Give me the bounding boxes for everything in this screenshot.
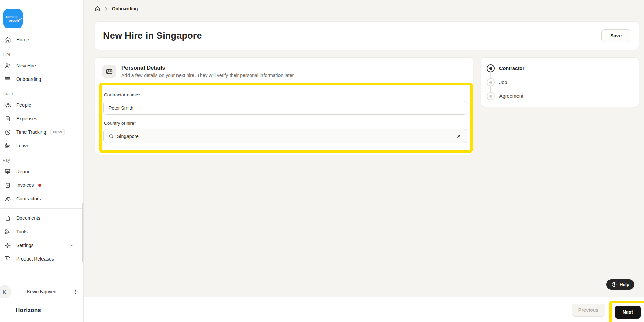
sidebar-item-tools[interactable]: Tools [0,225,83,238]
sidebar-divider [0,208,83,209]
sidebar-item-label: Documents [16,215,40,221]
clock-icon [4,129,11,136]
country-of-hire-combobox[interactable] [103,129,467,143]
personal-details-header: Personal Details Add a few details on yo… [95,58,473,83]
sidebar-item-report[interactable]: Report [0,165,83,178]
person-plus-icon [4,62,11,69]
sidebar-item-label: People [16,102,31,108]
sidebar-section-team: Team [0,86,83,98]
step-connector [490,86,491,92]
personal-details-texts: Personal Details Add a few details on yo… [121,65,295,78]
step-label: Contractor [499,66,524,71]
contractor-name-field-group: Contractor name* [103,92,467,115]
save-button[interactable]: Save [601,29,630,42]
next-button[interactable]: Next [615,306,641,319]
document-icon [4,215,11,221]
sidebar-scrollbar[interactable] [82,203,83,262]
sidebar-item-label: Tools [16,229,28,234]
kebab-menu-icon[interactable] [72,289,79,295]
user-name: Kevin Nguyen [11,289,72,294]
wizard-footer: Previous Next [84,297,644,322]
sidebar-item-time-tracking[interactable]: Time Tracking NEW [0,125,83,139]
sidebar: remote people Home Hire New Hire Onboard… [0,0,84,322]
onboarding-stepper-card: Contractor Job Agreement [481,57,639,107]
chart-board-icon [4,168,11,175]
list-lines-icon [4,76,11,83]
sidebar-bottom: K Kevin Nguyen Horizons [0,282,83,322]
step-label: Job [499,79,507,85]
search-icon [108,133,114,139]
step-agreement[interactable]: Agreement [487,92,633,100]
step-active-radio-icon [487,64,495,72]
country-of-hire-label: Country of hire* [103,121,467,126]
form-highlight-annotation: Contractor name* Country of hire* [99,83,473,153]
sidebar-section-pay: Pay [0,153,83,165]
contractor-name-input[interactable] [103,101,467,115]
sidebar-nav: Home Hire New Hire Onboarding Team Peopl… [0,33,83,266]
previous-button[interactable]: Previous [572,304,605,317]
step-job[interactable]: Job [487,78,633,86]
clear-country-button[interactable] [456,133,462,139]
step-contractor[interactable]: Contractor [487,64,633,72]
breadcrumb-current: Onboarding [112,6,138,11]
next-highlight-annotation: Next [609,301,644,322]
sidebar-item-documents[interactable]: Documents [0,211,83,225]
sidebar-item-leave[interactable]: Leave [0,139,83,153]
sidebar-item-label: Settings [16,243,34,248]
sidebar-item-contractors[interactable]: Contractors [0,192,83,205]
logo-text-line2: people [6,19,23,22]
avatar: K [0,285,11,298]
sidebar-item-new-hire[interactable]: New Hire [0,59,83,72]
contractor-name-label: Contractor name* [103,92,467,97]
step-inactive-radio-icon [487,92,495,100]
newspaper-icon [4,255,11,262]
logo-swoosh-icon [19,18,22,20]
gear-icon [4,242,11,249]
sidebar-item-invoices[interactable]: Invoices [0,178,83,192]
sidebar-item-people[interactable]: People [0,98,83,112]
people-group-icon [4,102,11,108]
receipt-icon [4,115,11,122]
page-header-card: New Hire in Singapore Save [95,21,639,50]
country-of-hire-input[interactable] [117,133,456,139]
sidebar-item-settings[interactable]: Settings [0,238,83,252]
main-content: Onboarding New Hire in Singapore Save Pe… [84,0,644,322]
horizons-logo: Horizons [0,302,83,322]
sidebar-item-label: Expenses [16,116,37,121]
sidebar-item-label: Time Tracking [16,129,46,135]
calendar-icon [4,142,11,149]
sidebar-item-label: Invoices [16,182,34,188]
grid-icon [4,228,11,235]
section-title: Personal Details [121,65,295,71]
step-label: Agreement [499,93,523,99]
sidebar-item-expenses[interactable]: Expenses [0,112,83,125]
step-inactive-radio-icon [487,78,495,86]
contractors-icon [4,195,11,202]
sidebar-item-label: Report [16,169,31,174]
invoices-notification-dot [38,184,41,187]
sidebar-item-label: New Hire [16,63,36,68]
sidebar-item-product-releases[interactable]: Product Releases [0,252,83,266]
chevron-right-icon [104,6,108,11]
invoice-icon [4,182,11,189]
sidebar-item-label: Onboarding [16,76,41,82]
app-window: remote people Home Hire New Hire Onboard… [0,0,644,322]
sidebar-item-label: Product Releases [16,256,54,262]
home-icon [4,36,11,43]
help-label: Help [620,282,629,287]
personal-details-card: Personal Details Add a few details on yo… [95,57,473,155]
user-menu[interactable]: K Kevin Nguyen [0,282,83,302]
help-button[interactable]: Help [606,279,634,290]
question-circle-icon [611,282,617,287]
step-connector [490,72,491,78]
breadcrumb-home-icon[interactable] [95,6,100,12]
section-subtitle: Add a few details on your next hire. The… [121,73,295,78]
sidebar-item-label: Leave [16,143,29,148]
sidebar-section-hire: Hire [0,47,83,59]
content-row: Personal Details Add a few details on yo… [95,57,639,155]
sidebar-item-home[interactable]: Home [0,33,83,47]
id-card-icon [102,65,116,78]
sidebar-item-label: Contractors [16,196,41,201]
sidebar-item-onboarding[interactable]: Onboarding [0,72,83,86]
page-title: New Hire in Singapore [103,31,202,41]
